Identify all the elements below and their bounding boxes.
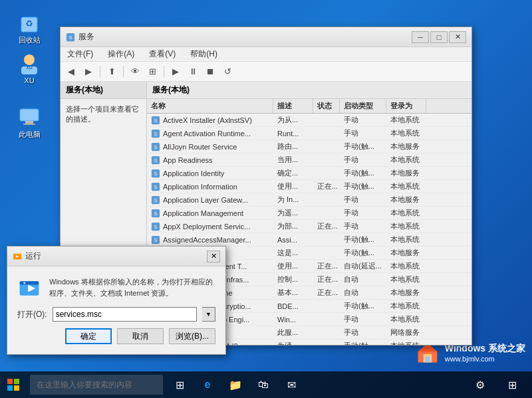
taskbar-search-input[interactable] [30, 375, 163, 395]
desktop-icon-user[interactable]: XU XU [9, 53, 49, 84]
service-name-cell: SActiveX Installer (AxlnstSV) [147, 114, 273, 126]
taskbar-edge-icon[interactable]: e [194, 371, 221, 398]
recycle-label: 回收站 [19, 35, 41, 45]
desktop-icon-recycle[interactable]: ♻ 回收站 [9, 12, 49, 45]
service-login-cell: 本地服务 [386, 193, 426, 206]
svg-text:S: S [154, 157, 158, 162]
minimize-button[interactable]: ─ [412, 31, 429, 43]
table-row[interactable]: SApplication Management为遥...手动本地系统 [147, 207, 471, 220]
table-row[interactable]: SAssignedAccessManager...Assi...手动(触...本… [147, 233, 471, 247]
toolbar-restart[interactable]: ↺ [219, 64, 235, 80]
run-icon-title [13, 252, 22, 261]
run-cancel-button[interactable]: 取消 [117, 328, 164, 344]
toolbar-show-hide[interactable]: 👁 [127, 64, 143, 80]
service-login-cell: 本地系统 [386, 260, 426, 272]
taskbar-folder-icon[interactable]: 📁 [222, 371, 249, 398]
service-desc-cell: 这是... [273, 247, 313, 259]
toolbar-back[interactable]: ◀ [63, 64, 79, 80]
svg-text:♻: ♻ [25, 19, 33, 29]
svg-rect-53 [20, 281, 39, 284]
svg-text:S: S [154, 184, 158, 189]
service-desc-cell: 确定... [273, 167, 313, 179]
close-button[interactable]: ✕ [449, 31, 466, 43]
taskbar-store-icon[interactable]: 🛍 [250, 371, 277, 398]
service-status-cell [313, 326, 340, 339]
table-row[interactable]: SApplication Information使用...正在...手动(触..… [147, 180, 471, 193]
run-input[interactable] [53, 307, 197, 322]
service-icon: S [151, 182, 160, 191]
table-row[interactable]: SApp Readiness当用...手动本地系统 [147, 153, 471, 167]
run-dropdown-button[interactable]: ▼ [202, 307, 215, 322]
service-login-cell: 本地系统 [386, 340, 426, 345]
taskbar-apps-icon[interactable]: ⊞ [499, 371, 525, 398]
service-name-text: Application Layer Gatew... [163, 196, 248, 204]
run-close-button[interactable]: ✕ [207, 250, 220, 262]
right-panel-header: 服务(本地) [147, 82, 471, 99]
table-row[interactable]: SApplication Identity确定...手动(触...本地服务 [147, 167, 471, 180]
service-name-cell: SApplication Identity [147, 167, 273, 179]
col-header-startup[interactable]: 启动类型 [340, 99, 386, 113]
table-row[interactable]: SActiveX Installer (AxlnstSV)为从...手动本地系统 [147, 114, 471, 127]
service-desc-cell: Assi... [273, 233, 313, 246]
run-browse-button[interactable]: 浏览(B)... [169, 328, 215, 344]
service-status-cell [313, 207, 340, 219]
taskbar-task-view[interactable]: ⊞ [166, 371, 193, 398]
menu-file[interactable]: 文件(F) [63, 47, 97, 61]
toolbar-stop[interactable]: ⏹ [202, 64, 218, 80]
left-panel-desc: 选择一个项目来查看它的描述。 [61, 99, 146, 130]
maximize-button[interactable]: □ [430, 31, 448, 43]
service-login-cell: 本地服务 [386, 167, 426, 179]
window-controls: ─ □ ✕ [412, 31, 466, 43]
table-row[interactable]: SAgent Activation Runtime...Runt...手动本地系… [147, 127, 471, 140]
service-name-text: Application Information [163, 183, 237, 191]
start-button[interactable] [0, 371, 27, 398]
service-desc-cell: 路由... [273, 140, 313, 153]
service-icon: S [151, 116, 160, 125]
service-startup-cell: 手动 [340, 313, 386, 326]
service-name-cell: SAppX Deployment Servic... [147, 220, 273, 233]
svg-rect-59 [425, 356, 430, 362]
desktop: ♻ 回收站 XU XU 此电脑 S 服务 ─ □ [0, 0, 532, 398]
table-row[interactable]: SAppX Deployment Servic...为部...正在...手动本地… [147, 220, 471, 233]
menu-help[interactable]: 帮助(H) [186, 47, 221, 61]
service-icon: S [151, 195, 160, 205]
run-icon-row: Windows 将根据你所输入的名称，为你打开相应的程序、文件夹、文档或 Int… [17, 276, 215, 300]
col-header-login[interactable]: 登录为 [386, 99, 426, 113]
menu-view[interactable]: 查看(V) [145, 47, 180, 61]
toolbar-pause[interactable]: ⏸ [185, 64, 201, 80]
svg-text:S: S [154, 197, 158, 202]
run-ok-button[interactable]: 确定 [65, 328, 112, 344]
toolbar-forward[interactable]: ▶ [80, 64, 96, 80]
col-header-name[interactable]: 名称 [147, 99, 273, 113]
service-icon: S [151, 129, 160, 138]
service-status-cell [313, 114, 340, 126]
table-row[interactable]: SApplication Layer Gatew...为 In...手动本地服务 [147, 193, 471, 207]
service-desc-cell: 为 In... [273, 193, 313, 206]
service-status-cell: 正在... [313, 286, 340, 299]
taskbar-settings-icon[interactable]: ⚙ [467, 371, 493, 398]
service-login-cell: 本地系统 [386, 233, 426, 246]
service-name-text: AppX Deployment Servic... [163, 223, 250, 231]
service-login-cell: 本地系统 [386, 153, 426, 166]
service-startup-cell: 自动 [340, 273, 386, 286]
service-login-cell: 本地服务 [386, 286, 426, 299]
service-name-cell: SAssignedAccessManager... [147, 233, 273, 246]
run-open-label: 打开(O): [17, 309, 47, 320]
col-header-status[interactable]: 状态 [313, 99, 340, 113]
desktop-icon-computer[interactable]: 此电脑 [9, 106, 49, 140]
menu-action[interactable]: 操作(A) [104, 47, 138, 61]
service-name-cell: SApplication Management [147, 207, 273, 219]
service-status-cell: 正在... [313, 260, 340, 272]
run-title: 运行 [25, 250, 207, 262]
toolbar-play[interactable]: ▶ [168, 64, 184, 80]
run-titlebar: 运行 ✕ [7, 247, 225, 266]
service-startup-cell: 手动 [340, 207, 386, 219]
service-startup-cell: 手动 [340, 220, 386, 233]
toolbar-properties[interactable]: ⊞ [144, 64, 160, 80]
taskbar-mail-icon[interactable]: ✉ [278, 371, 305, 398]
col-header-desc[interactable]: 描述 [273, 99, 313, 113]
table-row[interactable]: SAllJoyn Router Service路由...手动(触...本地服务 [147, 140, 471, 153]
service-login-cell: 网络服务 [386, 326, 426, 339]
toolbar-up[interactable]: ⬆ [104, 64, 120, 80]
service-startup-cell: 手动(触... [340, 300, 386, 312]
